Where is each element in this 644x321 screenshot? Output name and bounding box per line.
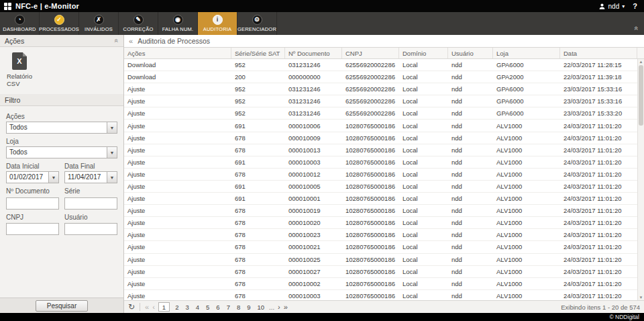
content-panel: « Auditoria de Processos AçõesSérie/Séri… [124, 35, 644, 313]
table-cell: ndd [448, 120, 493, 131]
table-cell: 678 [231, 278, 285, 289]
gear-icon: ⚙ [252, 15, 262, 25]
table-row[interactable]: Ajuste69100001000110280765000186Localndd… [124, 193, 637, 205]
table-row[interactable]: Download95203123124662556920002286Localn… [124, 59, 637, 71]
table-cell: 678 [231, 169, 285, 180]
table-cell: ndd [448, 132, 493, 144]
table-row[interactable]: Ajuste67800001002510280765000186Localndd… [124, 254, 637, 266]
scroll-up-icon[interactable]: ▲ [638, 60, 644, 64]
table-cell: Local [399, 59, 448, 71]
tab-correcao[interactable]: ✎CORREÇÃO [119, 12, 158, 35]
table-cell: 10280765000186 [342, 144, 399, 156]
table-body-wrap: Download95203123124662556920002286Localn… [124, 59, 644, 300]
table-cell: ALV1000 [493, 205, 560, 216]
column-header-n-documento[interactable]: Nº Documento [285, 48, 342, 58]
table-body: Download95203123124662556920002286Localn… [124, 59, 637, 300]
table-cell: Ajuste [124, 107, 231, 119]
scroll-down-icon[interactable]: ▼ [638, 295, 644, 300]
tab-processados[interactable]: ✓PROCESSADOS [40, 12, 79, 35]
prev-page-icon[interactable]: ‹ [152, 304, 155, 311]
table-row[interactable]: Ajuste95203123124662556920002286Localndd… [124, 107, 637, 120]
user-name: ndd [608, 3, 620, 10]
info-icon: i [213, 15, 223, 25]
column-header-cnpj[interactable]: CNPJ [342, 48, 399, 58]
scrollbar-thumb[interactable] [639, 65, 643, 126]
table-cell: Ajuste [124, 217, 231, 228]
cross-icon: ✗ [94, 15, 104, 25]
num-documento-input[interactable] [6, 197, 59, 210]
tab-falha-num[interactable]: ◉FALHA NUM. [158, 12, 198, 35]
table-row[interactable]: Ajuste69100001000510280765000186Localndd… [124, 181, 637, 193]
usuario-input[interactable] [64, 223, 117, 235]
table-cell: Local [399, 266, 448, 277]
table-cell: GPA6000 [493, 59, 560, 71]
table-row[interactable]: Ajuste67800001001210280765000186Localndd… [124, 169, 637, 181]
page-button-3[interactable]: 3 [184, 304, 190, 311]
table-cell: Ajuste [124, 254, 231, 265]
column-header-loja[interactable]: Loja [493, 48, 560, 58]
column-header-serie-serie-sat[interactable]: Série/Série SAT [231, 48, 285, 58]
table-row[interactable]: Ajuste69100001000310280765000186Localndd… [124, 156, 637, 169]
page-button-2[interactable]: 2 [174, 304, 180, 311]
refresh-icon[interactable]: ↻ [128, 303, 135, 311]
first-page-icon[interactable]: « [145, 304, 149, 311]
table-row[interactable]: Ajuste67800001000910280765000186Localndd… [124, 132, 637, 144]
page-button-6[interactable]: 6 [215, 304, 221, 311]
tab-invalidos[interactable]: ✗INVÁLIDOS [79, 12, 119, 35]
csv-file-icon: X [12, 52, 27, 70]
page-button-10[interactable]: 10 [256, 304, 266, 311]
search-button[interactable]: Pesquisar [36, 300, 88, 312]
table-cell: ALV1000 [493, 254, 560, 265]
divider [140, 303, 140, 311]
table-cell: ndd [448, 217, 493, 228]
table-row[interactable]: Ajuste67800001002110280765000186Localndd… [124, 241, 637, 253]
csv-report-button[interactable]: X Relatório CSV [0, 47, 47, 94]
table-cell: 10280765000186 [342, 217, 399, 228]
collapse-ribbon-icon[interactable]: « [633, 26, 641, 30]
table-row[interactable]: Download20000000000062556920002286Localn… [124, 71, 637, 83]
table-row[interactable]: Ajuste67800001001310280765000186Localndd… [124, 144, 637, 156]
page-button-1[interactable]: 1 [158, 302, 170, 312]
table-row[interactable]: Ajuste95203123124662556920002286Localndd… [124, 95, 637, 107]
tab-auditoria[interactable]: iAUDITORIA [198, 12, 237, 35]
page-button-7[interactable]: 7 [225, 304, 231, 311]
table-cell: 24/03/2017 11:01:20 [560, 278, 637, 289]
page-button-9[interactable]: 9 [246, 304, 252, 311]
last-page-icon[interactable]: » [284, 304, 288, 311]
tab-gerenciador[interactable]: ⚙GERENCIADOR [237, 12, 277, 35]
collapse-sidebar-icon[interactable]: « [129, 37, 133, 45]
data-final-picker[interactable]: 11/04/2017 ▼ [64, 171, 117, 183]
footer: © NDDigital [0, 313, 644, 321]
table-row[interactable]: Ajuste67800001000310280765000186Localndd… [124, 290, 637, 300]
page-button-8[interactable]: 8 [235, 304, 241, 311]
column-header-usuario[interactable]: Usuário [448, 48, 493, 58]
table-row[interactable]: Ajuste67800001001910280765000186Localndd… [124, 205, 637, 217]
table-cell: ndd [448, 241, 493, 253]
next-page-icon[interactable]: › [278, 304, 280, 311]
acoes-filter-select[interactable]: Todos ▼ [6, 122, 117, 134]
column-header-dominio[interactable]: Domínio [399, 48, 448, 58]
tab-dashboard[interactable]: ◔DASHBOARD [0, 12, 40, 35]
column-header-acoes[interactable]: Ações [124, 48, 231, 58]
serie-input[interactable] [64, 197, 117, 210]
vertical-scrollbar[interactable]: ▲ ▼ [637, 59, 644, 300]
table-row[interactable]: Ajuste95203123124662556920002286Localndd… [124, 83, 637, 95]
tab-label: CORREÇÃO [123, 26, 154, 32]
table-row[interactable]: Ajuste67800001002710280765000186Localndd… [124, 266, 637, 278]
column-header-data[interactable]: Data [560, 48, 637, 58]
user-menu[interactable]: ndd ▾ [598, 3, 625, 10]
table-row[interactable]: Ajuste67800001002310280765000186Localndd… [124, 229, 637, 241]
table-cell: 62556920002286 [342, 71, 399, 83]
collapse-panel-icon[interactable]: « [113, 39, 121, 43]
table-row[interactable]: Ajuste67800001000210280765000186Localndd… [124, 278, 637, 290]
table-row[interactable]: Ajuste69100001000610280765000186Localndd… [124, 120, 637, 132]
table-row[interactable]: Ajuste67800001002010280765000186Localndd… [124, 217, 637, 229]
page-button-4[interactable]: 4 [195, 304, 201, 311]
help-button[interactable]: ? [633, 2, 637, 10]
page-button-5[interactable]: 5 [205, 304, 211, 311]
cnpj-input[interactable] [6, 223, 59, 235]
table-cell: 000010020 [285, 217, 342, 228]
data-inicial-picker[interactable]: 01/02/2017 ▼ [6, 171, 59, 183]
table-cell: Local [399, 95, 448, 107]
loja-filter-select[interactable]: Todos ▼ [6, 146, 117, 158]
